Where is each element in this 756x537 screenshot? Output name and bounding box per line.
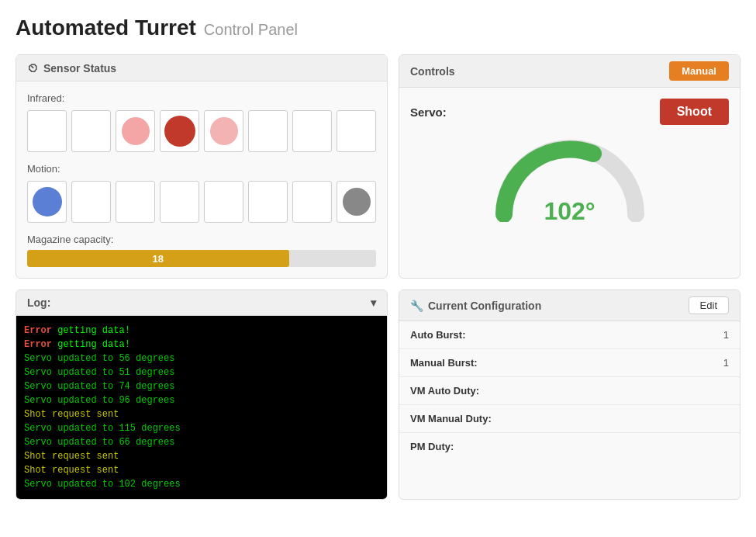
log-line: Servo updated to 115 degrees	[24, 421, 379, 435]
log-chevron-icon[interactable]: ▾	[371, 296, 376, 309]
sensor-panel: ⏲ Sensor Status Infrared:	[16, 54, 388, 279]
motion-cell-5	[204, 181, 243, 223]
shoot-button[interactable]: Shoot	[660, 99, 729, 125]
controls-panel-header: Controls Manual	[399, 55, 740, 88]
log-line: Shot request sent	[24, 463, 379, 477]
page-title-main: Automated Turret	[16, 16, 196, 40]
ir-cell-2	[71, 110, 111, 152]
motion-cell-1	[27, 181, 67, 223]
config-row: Manual Burst:1	[399, 349, 740, 377]
config-row: VM Manual Duty:	[399, 405, 740, 433]
ir-cell-6	[248, 110, 288, 152]
config-row-label: PM Duty:	[399, 433, 668, 461]
log-panel-header: Log: ▾	[16, 290, 387, 316]
config-row: VM Auto Duty:	[399, 377, 740, 405]
config-row-label: VM Auto Duty:	[399, 377, 668, 405]
ir-cell-4	[160, 110, 199, 152]
clock-icon: ⏲	[27, 61, 39, 74]
motion-dot-1	[33, 187, 62, 217]
config-row: PM Duty:	[399, 433, 740, 461]
servo-row: Servo: Shoot	[410, 99, 729, 125]
ir-cell-7	[292, 110, 332, 152]
controls-panel: Controls Manual Servo: Shoot 102°	[399, 54, 740, 279]
ir-cell-3	[116, 110, 155, 152]
config-row-label: VM Manual Duty:	[399, 405, 668, 433]
config-row-label: Auto Burst:	[399, 321, 668, 349]
edit-button[interactable]: Edit	[689, 296, 729, 314]
motion-cell-2	[71, 181, 111, 223]
magazine-bar: 18	[27, 250, 376, 267]
controls-panel-title: Controls	[410, 65, 455, 78]
config-panel-title: Current Configuration	[428, 300, 541, 312]
ir-dot-3	[122, 117, 150, 145]
sensor-panel-title: Sensor Status	[43, 62, 116, 74]
infrared-sensor-row	[27, 110, 376, 152]
page-header: Automated Turret Control Panel	[16, 16, 740, 40]
log-panel-title: Log:	[27, 296, 50, 309]
log-content: Error getting data!Error getting data!Se…	[16, 316, 387, 499]
config-row-value	[668, 433, 740, 461]
magazine-label: Magazine capacity:	[27, 234, 376, 245]
config-row-label: Manual Burst:	[399, 349, 668, 377]
log-line: Servo updated to 74 degrees	[24, 379, 379, 393]
config-row-value	[668, 405, 740, 433]
motion-cell-4	[160, 181, 199, 223]
infrared-label: Infrared:	[27, 92, 376, 104]
sensor-header-left: ⏲ Sensor Status	[27, 61, 116, 74]
log-line: Servo updated to 102 degrees	[24, 477, 379, 491]
sensor-panel-header: ⏲ Sensor Status	[16, 55, 387, 81]
log-line: Error getting data!	[24, 324, 379, 338]
log-panel-outer: Log: ▾ Error getting data!Error getting …	[16, 289, 388, 500]
ir-cell-5	[204, 110, 243, 152]
gauge-container: 102°	[410, 133, 729, 226]
motion-cell-6	[248, 181, 288, 223]
config-panel: 🔧 Current Configuration Edit Auto Burst:…	[399, 289, 740, 500]
config-row-value	[668, 377, 740, 405]
servo-label: Servo:	[410, 106, 447, 119]
motion-sensor-row	[27, 181, 376, 223]
ir-cell-8	[337, 110, 376, 152]
config-row-value: 1	[668, 321, 740, 349]
log-line: Servo updated to 66 degrees	[24, 435, 379, 449]
motion-dot-2	[343, 188, 371, 216]
log-line: Shot request sent	[24, 449, 379, 463]
magazine-bar-fill: 18	[27, 250, 289, 267]
config-row-value: 1	[668, 349, 740, 377]
ir-dot-5	[210, 117, 238, 145]
config-row: Auto Burst:1	[399, 321, 740, 349]
config-panel-header: 🔧 Current Configuration Edit	[399, 290, 740, 321]
motion-cell-3	[116, 181, 155, 223]
log-line: Servo updated to 56 degrees	[24, 352, 379, 366]
page-title-sub: Control Panel	[204, 21, 298, 39]
ir-cell-1	[27, 110, 67, 152]
config-table: Auto Burst:1Manual Burst:1VM Auto Duty:V…	[399, 321, 740, 460]
controls-body: Servo: Shoot 102°	[399, 88, 740, 240]
log-error-label: Error	[24, 339, 52, 350]
sensor-panel-body: Infrared: Motion:	[16, 81, 387, 278]
wrench-icon: 🔧	[410, 300, 423, 312]
motion-label: Motion:	[27, 163, 376, 175]
motion-cell-7	[292, 181, 332, 223]
log-line: Error getting data!	[24, 338, 379, 352]
servo-angle-value: 102°	[544, 197, 595, 226]
log-line: Servo updated to 96 degrees	[24, 393, 379, 407]
log-line: Servo updated to 51 degrees	[24, 366, 379, 379]
log-line: Shot request sent	[24, 407, 379, 421]
main-layout: ⏲ Sensor Status Infrared:	[16, 54, 740, 500]
config-header-left: 🔧 Current Configuration	[410, 300, 541, 312]
ir-dot-4	[164, 116, 195, 147]
manual-button[interactable]: Manual	[669, 61, 729, 81]
magazine-value: 18	[153, 253, 164, 265]
motion-cell-8	[337, 181, 376, 223]
log-error-label: Error	[24, 325, 52, 336]
